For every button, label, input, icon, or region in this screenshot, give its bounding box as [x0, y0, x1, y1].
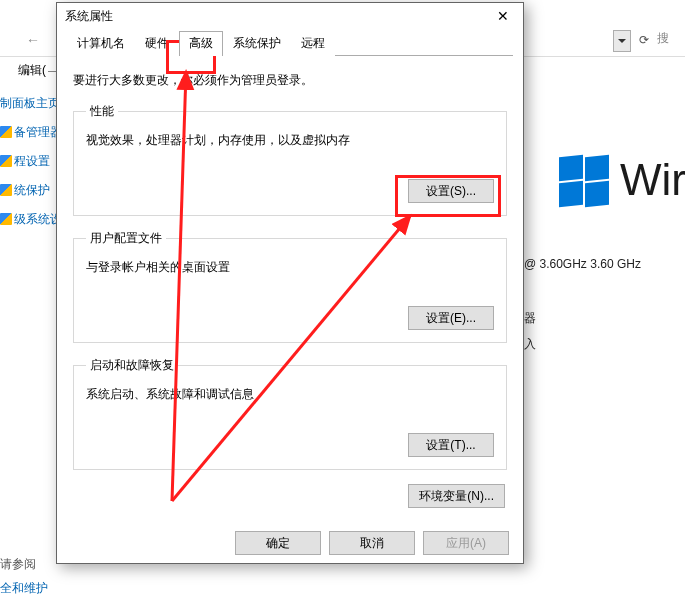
performance-legend: 性能	[86, 103, 118, 120]
startup-recovery-settings-button[interactable]: 设置(T)...	[408, 433, 494, 457]
address-dropdown[interactable]	[613, 30, 631, 52]
cpu-speed-value: @ 3.60GHz 3.60 GHz	[524, 257, 641, 271]
environment-variables-button[interactable]: 环境变量(N)...	[408, 484, 505, 508]
menu-edit-label: 编辑(	[18, 62, 46, 79]
admin-notice: 要进行大多数更改，你必须作为管理员登录。	[73, 72, 507, 89]
performance-group: 性能 视觉效果，处理器计划，内存使用，以及虚拟内存 设置(S)...	[73, 103, 507, 216]
tab-remote[interactable]: 远程	[291, 31, 335, 56]
close-icon: ✕	[497, 8, 509, 24]
info-label-2: 入	[524, 336, 536, 353]
sidebar-link-device-manager[interactable]: 备管理器	[0, 124, 60, 141]
startup-recovery-desc: 系统启动、系统故障和调试信息	[86, 386, 494, 403]
control-panel-sidebar: 制面板主页 备管理器 程设置 统保护 级系统设置	[0, 95, 60, 240]
user-profiles-legend: 用户配置文件	[86, 230, 166, 247]
sidebar-link-remote-settings[interactable]: 程设置	[0, 153, 60, 170]
dialog-button-row: 确定 取消 应用(A)	[57, 531, 523, 555]
sidebar-link-home[interactable]: 制面板主页	[0, 95, 60, 112]
performance-settings-button[interactable]: 设置(S)...	[408, 179, 494, 203]
sidebar-link-system-protection[interactable]: 统保护	[0, 182, 60, 199]
dialog-titlebar: 系统属性 ✕	[57, 3, 523, 29]
tab-computer-name[interactable]: 计算机名	[67, 31, 135, 56]
startup-recovery-group: 启动和故障恢复 系统启动、系统故障和调试信息 设置(T)...	[73, 357, 507, 470]
user-profiles-settings-button[interactable]: 设置(E)...	[408, 306, 494, 330]
windows-logo-icon	[558, 155, 610, 207]
refresh-icon[interactable]: ⟳	[633, 30, 655, 50]
sidebar-link-advanced-system[interactable]: 级系统设置	[0, 211, 60, 228]
related-heading: 请参阅	[0, 556, 36, 573]
system-properties-dialog: 系统属性 ✕ 计算机名 硬件 高级 系统保护 远程 要进行大多数更改，你必须作为…	[56, 2, 524, 564]
startup-recovery-legend: 启动和故障恢复	[86, 357, 178, 374]
performance-desc: 视觉效果，处理器计划，内存使用，以及虚拟内存	[86, 132, 494, 149]
user-profiles-desc: 与登录帐户相关的桌面设置	[86, 259, 494, 276]
tab-panel-advanced: 要进行大多数更改，你必须作为管理员登录。 性能 视觉效果，处理器计划，内存使用，…	[57, 56, 523, 514]
menu-edit[interactable]: 编辑(	[18, 62, 60, 79]
dialog-title: 系统属性	[65, 8, 113, 25]
tab-hardware[interactable]: 硬件	[135, 31, 179, 56]
info-label-1: 器	[524, 310, 536, 327]
search-field[interactable]: 搜	[657, 30, 683, 50]
user-profiles-group: 用户配置文件 与登录帐户相关的桌面设置 设置(E)...	[73, 230, 507, 343]
back-arrow-icon[interactable]: ←	[26, 32, 40, 48]
windows-brand-label: Wir	[620, 155, 685, 205]
apply-button[interactable]: 应用(A)	[423, 531, 509, 555]
tab-system-protection[interactable]: 系统保护	[223, 31, 291, 56]
ok-button[interactable]: 确定	[235, 531, 321, 555]
tab-strip: 计算机名 硬件 高级 系统保护 远程	[67, 31, 513, 56]
related-link-security[interactable]: 全和维护	[0, 580, 48, 597]
tab-advanced[interactable]: 高级	[179, 31, 223, 56]
cancel-button[interactable]: 取消	[329, 531, 415, 555]
close-button[interactable]: ✕	[483, 3, 523, 29]
